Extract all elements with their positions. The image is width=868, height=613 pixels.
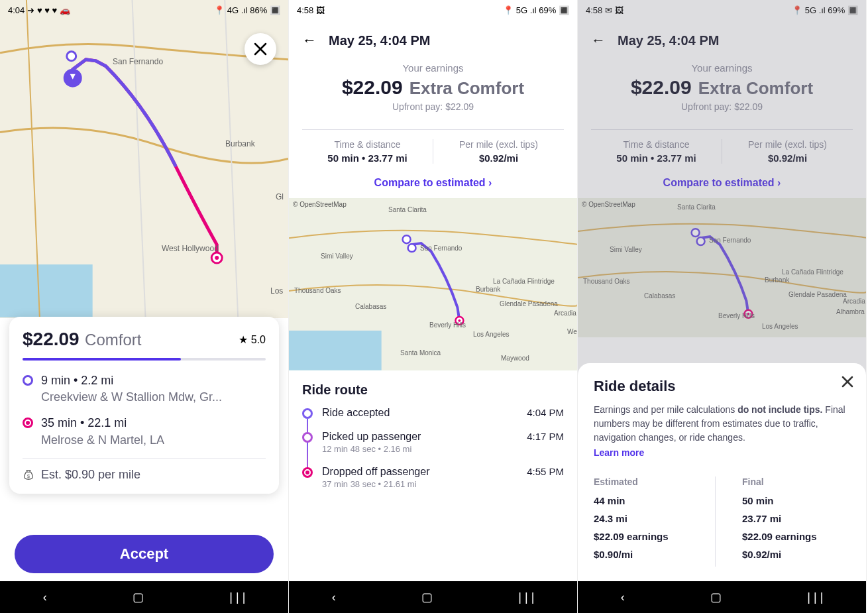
step-time: 4:04 PM <box>527 407 564 419</box>
dropoff-address: Melrose & N Martel, LA <box>41 432 164 449</box>
earnings-ride-type: Extra Comfort <box>409 78 524 99</box>
final-per-mile: $0.92/mi <box>742 549 850 560</box>
nav-home-icon[interactable]: ▢ <box>133 590 144 604</box>
android-nav-bar: ‹ ▢ | | | <box>289 581 577 613</box>
time-distance-value: 50 min • 23.77 mi <box>591 152 722 164</box>
final-time: 50 min <box>742 495 850 506</box>
map-label: Beverly Hills <box>718 312 755 319</box>
earnings-ride-type: Extra Comfort <box>698 78 813 99</box>
dropoff-eta: 35 min • 22.1 mi <box>41 415 164 431</box>
map-label: Maywood <box>501 355 529 362</box>
step-time: 4:17 PM <box>527 431 564 454</box>
per-mile-label: Per mile (excl. tips) <box>722 139 853 150</box>
close-icon <box>253 42 268 56</box>
route-step: Picked up passenger 12 min 48 sec • 2.16… <box>302 431 564 454</box>
status-time: 4:58 <box>586 5 602 15</box>
ride-map[interactable]: © OpenStreetMap Santa Clarita Simi Valle… <box>578 198 866 337</box>
status-icons: 🖼 <box>316 5 325 15</box>
back-button[interactable]: ← <box>591 32 606 49</box>
step-dot-icon <box>302 432 313 443</box>
step-title: Ride accepted <box>322 407 390 419</box>
nav-home-icon[interactable]: ▢ <box>421 590 433 604</box>
earnings-label: Your earnings <box>591 62 853 74</box>
nav-recents-icon[interactable]: | | | <box>229 590 245 604</box>
map-label: Calabasas <box>644 292 675 300</box>
estimated-earnings: $22.09 earnings <box>594 531 702 542</box>
status-icons: ✉ 🖼 <box>605 5 624 15</box>
svg-point-2 <box>67 52 76 61</box>
status-bar: 4:58 ✉ 🖼 📍 5G .ıl 69% 🔳 <box>578 0 866 20</box>
compare-link[interactable]: Compare to estimated › <box>289 173 577 198</box>
nav-back-icon[interactable]: ‹ <box>621 590 625 604</box>
map-label: La Cañada Flintridge <box>782 268 843 276</box>
route-section-title: Ride route <box>289 370 577 407</box>
final-distance: 23.77 mi <box>742 513 850 524</box>
ride-type: Comfort <box>85 331 141 349</box>
status-bar: 4:58 🖼 📍 5G .ıl 69% 🔳 <box>289 0 577 20</box>
map-label: San Fernando <box>709 237 751 244</box>
map-label: Thousand Oaks <box>294 287 341 294</box>
route-list: Ride accepted 4:04 PM Picked up passenge… <box>289 407 577 489</box>
map-attribution: © OpenStreetMap <box>582 201 635 208</box>
close-button[interactable] <box>244 33 276 65</box>
status-right-icons: 📍 5G .ıl 69% 🔳 <box>792 5 858 15</box>
earnings-amount: $22.09 <box>342 76 403 99</box>
close-icon <box>841 375 854 388</box>
status-right-icons: 📍 4G .ıl 86% 🔳 <box>214 5 280 15</box>
map-label: San Fernando <box>420 245 462 252</box>
svg-point-14 <box>692 229 700 237</box>
ride-details-sheet: Ride details Earnings and per mile calcu… <box>578 363 866 581</box>
earnings-amount: $22.09 <box>631 76 692 99</box>
map-label: Santa Clarita <box>388 206 427 213</box>
close-button[interactable] <box>841 375 854 392</box>
page-header: ← May 25, 4:04 PM <box>578 20 866 56</box>
pickup-dot-icon <box>23 375 33 386</box>
sheet-title: Ride details <box>594 378 850 395</box>
map-attribution: © OpenStreetMap <box>293 201 347 208</box>
compare-link[interactable]: Compare to estimated › <box>578 173 866 198</box>
nav-recents-icon[interactable]: | | | <box>807 590 823 604</box>
status-time: 4:04 <box>8 5 25 15</box>
per-mile-value: $0.92/mi <box>433 152 564 164</box>
map-label: Arcadia <box>843 298 865 305</box>
android-nav-bar: ‹ ▢ | | | <box>0 581 288 613</box>
nav-recents-icon[interactable]: | | | <box>518 590 534 604</box>
map-label: Beverly Hills <box>429 321 466 329</box>
upfront-pay: Upfront pay: $22.09 <box>302 101 564 112</box>
screen-ride-summary: 4:58 🖼 📍 5G .ıl 69% 🔳 ← May 25, 4:04 PM … <box>289 0 578 613</box>
nav-back-icon[interactable]: ‹ <box>332 590 336 604</box>
map-label: West Hollywood <box>162 244 219 253</box>
earnings-summary: Your earnings $22.09 Extra Comfort Upfro… <box>289 56 577 119</box>
screen-ride-offer: San Fernando Burbank West Hollywood Los … <box>0 0 289 613</box>
route-step: Ride accepted 4:04 PM <box>302 407 564 419</box>
nav-back-icon[interactable]: ‹ <box>43 590 47 604</box>
step-time: 4:55 PM <box>527 466 564 489</box>
svg-rect-8 <box>289 331 382 370</box>
back-button[interactable]: ← <box>302 32 317 49</box>
dropoff-dot-icon <box>23 418 33 428</box>
per-mile-label: Per mile (excl. tips) <box>433 139 564 150</box>
map-label: Thousand Oaks <box>583 278 630 285</box>
page-header: ← May 25, 4:04 PM <box>289 20 577 56</box>
step-detail: 12 min 48 sec • 2.16 mi <box>322 444 421 454</box>
comparison-columns: Estimated 44 min 24.3 mi $22.09 earnings… <box>594 476 850 567</box>
upfront-pay: Upfront pay: $22.09 <box>591 101 853 112</box>
money-bag-icon: $ <box>23 469 34 480</box>
svg-point-9 <box>403 235 411 243</box>
map-label: Glendale Pasadena <box>500 300 558 307</box>
learn-more-link[interactable]: Learn more <box>594 447 850 458</box>
map-label: San Fernando <box>113 57 163 66</box>
ride-offer-card: $22.09 Comfort ★ 5.0 9 min • 2.2 mi Cree… <box>9 317 279 494</box>
accept-button[interactable]: Accept <box>15 535 274 573</box>
status-icons: ➜ ♥ ♥ ♥ 🚗 <box>27 5 70 15</box>
map-label: Santa Clarita <box>677 203 716 211</box>
ride-map[interactable]: © OpenStreetMap Santa Clarita Simi Valle… <box>289 198 577 370</box>
estimate-per-mile: $ Est. $0.90 per mile <box>23 468 266 482</box>
step-title: Dropped off passenger <box>322 466 429 478</box>
map-label: Calabasas <box>355 303 386 310</box>
nav-home-icon[interactable]: ▢ <box>710 590 722 604</box>
stats-row: Time & distance 50 min • 23.77 mi Per mi… <box>578 130 866 173</box>
earnings-label: Your earnings <box>302 62 564 74</box>
ride-price: $22.09 <box>23 329 80 349</box>
map-label: Los Angeles <box>762 323 798 330</box>
